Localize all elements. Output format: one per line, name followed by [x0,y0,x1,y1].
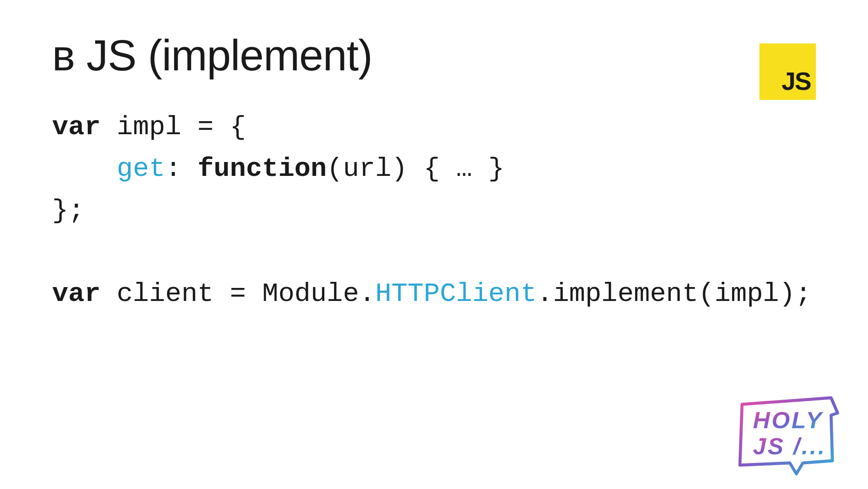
slide-container: JS в JS (implement) var impl = { get: fu… [0,0,868,489]
logo-text-js: JS /... [753,433,826,459]
code-line2-indent [52,153,117,184]
code-block: var impl = { get: function(url) { … } };… [52,106,816,315]
js-badge: JS [759,43,816,100]
code-line5-rest: .implement(impl); [537,278,812,309]
code-kw-function: function [198,153,327,184]
holy-js-logo: HOLY JS /... [733,393,842,476]
code-kw-var-2: var [52,278,101,309]
code-line3: }; [52,195,84,226]
code-line5-mid1: client = Module. [101,278,376,309]
holy-js-logo-svg: HOLY JS /... [733,393,842,476]
slide-title: в JS (implement) [52,30,816,80]
logo-text-holy: HOLY [753,407,824,433]
code-line1-rest: impl = { [101,112,246,142]
code-line2-rest: (url) { … } [327,153,505,184]
code-kw-var-1: var [52,112,101,142]
code-line2-after: : [165,153,197,184]
code-prop-get: get [117,153,165,184]
code-httpclient: HTTPClient [375,278,537,309]
js-badge-text: JS [782,66,811,96]
